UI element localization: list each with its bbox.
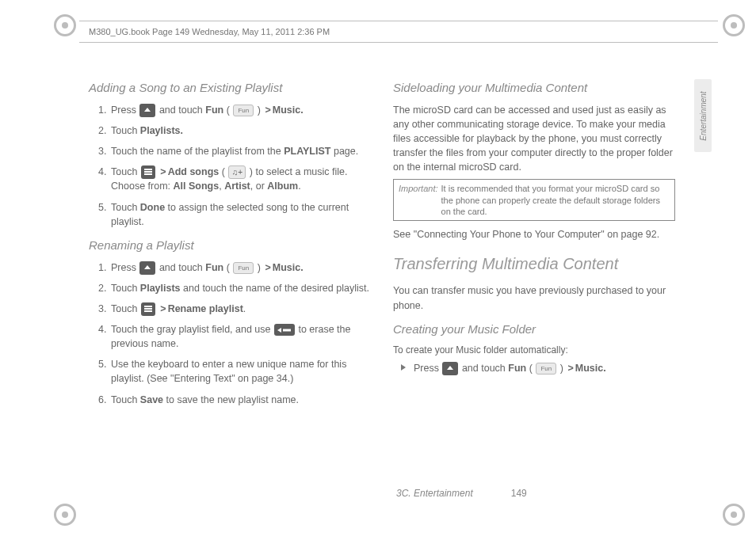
page-body: Adding a Song to an Existing Playlist Pr… <box>89 79 675 491</box>
binder-ring-icon <box>723 14 745 36</box>
right-column: Sideloading your Multimedia Content The … <box>393 79 675 491</box>
fun-icon: Fun <box>233 105 254 116</box>
menu-list-icon <box>141 165 155 179</box>
home-icon <box>139 104 155 117</box>
binder-ring-icon <box>54 504 76 526</box>
list-item: Use the keyboard to enter a new unique n… <box>109 357 371 386</box>
list-item: Touch Save to save the new playlist name… <box>109 393 371 407</box>
heading-transferring: Transferring Multimedia Content <box>393 253 675 276</box>
paragraph: The microSD card can be accessed and use… <box>393 103 675 175</box>
list-item: Touch >Add songs ( ♫+ ) to select a musi… <box>109 165 371 193</box>
fun-icon: Fun <box>536 363 556 375</box>
add-song-steps: Press and touch Fun ( Fun ) >Music. Touc… <box>89 103 371 229</box>
list-item: Touch >Rename playlist. <box>109 302 371 316</box>
heading-sideloading: Sideloading your Multimedia Content <box>393 79 675 97</box>
step-item: Press and touch Fun ( Fun ) >Music. <box>393 361 675 375</box>
paragraph: See "Connecting Your Phone to Your Compu… <box>393 227 675 241</box>
menu-list-icon <box>141 302 155 316</box>
home-icon <box>139 261 155 275</box>
section-tab: Entertainment <box>694 79 712 152</box>
paragraph: You can transfer music you have previous… <box>393 283 675 312</box>
fun-icon: Fun <box>233 262 254 274</box>
list-item: Touch Playlists and touch the name of th… <box>109 281 371 295</box>
binder-ring-icon <box>723 504 745 526</box>
heading-rename-playlist: Renaming a Playlist <box>89 237 371 254</box>
page-footer: 3C. Entertainment 149 <box>396 488 527 499</box>
page-header-stamp: M380_UG.book Page 149 Wednesday, May 11,… <box>79 21 718 43</box>
left-column: Adding a Song to an Existing Playlist Pr… <box>89 79 371 491</box>
list-item: Touch the gray playlist field, and use t… <box>109 322 371 351</box>
paragraph: To create your Music folder automaticall… <box>393 344 675 357</box>
list-item: Press and touch Fun ( Fun ) >Music. <box>109 260 371 275</box>
music-add-icon: ♫+ <box>228 165 246 179</box>
triangle-bullet-icon <box>401 364 406 371</box>
list-item: Touch Done to assign the selected song t… <box>109 200 371 229</box>
important-label: Important: <box>399 183 438 217</box>
list-item: Touch Playlists. <box>109 124 371 138</box>
heading-add-song: Adding a Song to an Existing Playlist <box>89 79 371 97</box>
important-callout: Important: It is recommended that you fo… <box>393 179 675 221</box>
heading-create-folder: Creating your Music Folder <box>393 321 675 338</box>
rename-playlist-steps: Press and touch Fun ( Fun ) >Music. Touc… <box>89 260 371 407</box>
list-item: Touch the name of the playlist from the … <box>109 144 371 158</box>
backspace-icon <box>274 324 295 336</box>
list-item: Press and touch Fun ( Fun ) >Music. <box>109 103 371 117</box>
home-icon <box>442 362 458 375</box>
header-text: M380_UG.book Page 149 Wednesday, May 11,… <box>89 27 330 36</box>
footer-section: 3C. Entertainment <box>396 488 473 499</box>
binder-ring-icon <box>54 14 76 36</box>
section-tab-label: Entertainment <box>699 91 708 140</box>
important-text: It is recommended that you format your m… <box>441 183 670 217</box>
page-number: 149 <box>511 488 527 499</box>
